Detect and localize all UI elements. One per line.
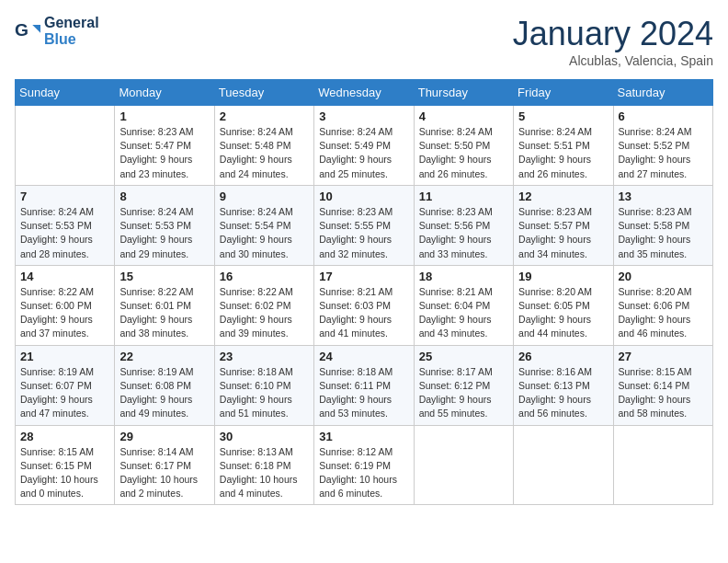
calendar-week-row: 21Sunrise: 8:19 AM Sunset: 6:07 PM Dayli… <box>16 345 713 425</box>
calendar-cell: 1Sunrise: 8:23 AM Sunset: 5:47 PM Daylig… <box>115 106 214 186</box>
weekday-header: Tuesday <box>214 80 313 106</box>
day-info: Sunrise: 8:21 AM Sunset: 6:03 PM Dayligh… <box>319 285 408 341</box>
calendar-body: 1Sunrise: 8:23 AM Sunset: 5:47 PM Daylig… <box>16 106 713 505</box>
day-info: Sunrise: 8:18 AM Sunset: 6:11 PM Dayligh… <box>319 365 408 421</box>
day-info: Sunrise: 8:21 AM Sunset: 6:04 PM Dayligh… <box>419 285 508 341</box>
weekday-header: Saturday <box>613 80 712 106</box>
day-number: 26 <box>518 350 608 363</box>
weekday-header: Friday <box>514 80 613 106</box>
day-number: 7 <box>20 190 109 203</box>
calendar-cell: 28Sunrise: 8:15 AM Sunset: 6:15 PM Dayli… <box>16 425 115 505</box>
day-info: Sunrise: 8:17 AM Sunset: 6:12 PM Dayligh… <box>419 365 508 421</box>
day-number: 2 <box>220 109 309 123</box>
day-info: Sunrise: 8:16 AM Sunset: 6:13 PM Dayligh… <box>518 365 608 421</box>
calendar-cell <box>514 425 613 505</box>
calendar-cell: 27Sunrise: 8:15 AM Sunset: 6:14 PM Dayli… <box>613 345 712 425</box>
day-number: 19 <box>518 270 608 283</box>
logo-text: General Blue <box>44 15 99 47</box>
calendar-week-row: 28Sunrise: 8:15 AM Sunset: 6:15 PM Dayli… <box>16 425 713 505</box>
calendar-cell <box>613 425 712 505</box>
day-number: 18 <box>419 270 508 283</box>
calendar-cell: 31Sunrise: 8:12 AM Sunset: 6:19 PM Dayli… <box>314 425 414 505</box>
calendar-cell: 20Sunrise: 8:20 AM Sunset: 6:06 PM Dayli… <box>613 265 712 345</box>
calendar-cell: 3Sunrise: 8:24 AM Sunset: 5:49 PM Daylig… <box>314 106 414 186</box>
calendar-cell: 25Sunrise: 8:17 AM Sunset: 6:12 PM Dayli… <box>414 345 513 425</box>
calendar-cell: 17Sunrise: 8:21 AM Sunset: 6:03 PM Dayli… <box>314 265 414 345</box>
day-info: Sunrise: 8:23 AM Sunset: 5:57 PM Dayligh… <box>518 205 608 261</box>
weekday-header: Wednesday <box>314 80 414 106</box>
calendar-cell: 4Sunrise: 8:24 AM Sunset: 5:50 PM Daylig… <box>414 106 513 186</box>
day-info: Sunrise: 8:23 AM Sunset: 5:47 PM Dayligh… <box>119 125 209 181</box>
day-info: Sunrise: 8:20 AM Sunset: 6:05 PM Dayligh… <box>518 285 608 341</box>
calendar-cell: 8Sunrise: 8:24 AM Sunset: 5:53 PM Daylig… <box>115 185 214 265</box>
day-number: 28 <box>20 430 109 443</box>
day-number: 15 <box>119 270 209 283</box>
day-number: 31 <box>319 430 408 443</box>
day-number: 14 <box>20 270 109 283</box>
month-title: January 2024 <box>513 15 713 53</box>
day-number: 29 <box>119 430 209 443</box>
day-info: Sunrise: 8:24 AM Sunset: 5:54 PM Dayligh… <box>220 205 309 261</box>
calendar-cell: 16Sunrise: 8:22 AM Sunset: 6:02 PM Dayli… <box>214 265 313 345</box>
day-number: 21 <box>20 350 109 363</box>
calendar-cell: 12Sunrise: 8:23 AM Sunset: 5:57 PM Dayli… <box>514 185 613 265</box>
day-number: 3 <box>319 109 408 123</box>
calendar-header: SundayMondayTuesdayWednesdayThursdayFrid… <box>16 80 713 106</box>
day-number: 16 <box>220 270 309 283</box>
day-info: Sunrise: 8:24 AM Sunset: 5:48 PM Dayligh… <box>220 125 309 181</box>
day-info: Sunrise: 8:19 AM Sunset: 6:08 PM Dayligh… <box>119 365 209 421</box>
calendar-cell: 10Sunrise: 8:23 AM Sunset: 5:55 PM Dayli… <box>314 185 414 265</box>
day-info: Sunrise: 8:24 AM Sunset: 5:51 PM Dayligh… <box>518 125 608 181</box>
day-number: 5 <box>518 109 608 123</box>
day-info: Sunrise: 8:24 AM Sunset: 5:53 PM Dayligh… <box>20 205 109 261</box>
day-number: 17 <box>319 270 408 283</box>
calendar-cell: 19Sunrise: 8:20 AM Sunset: 6:05 PM Dayli… <box>514 265 613 345</box>
calendar-cell: 24Sunrise: 8:18 AM Sunset: 6:11 PM Dayli… <box>314 345 414 425</box>
weekday-header: Monday <box>115 80 214 106</box>
day-number: 13 <box>619 190 708 203</box>
weekday-row: SundayMondayTuesdayWednesdayThursdayFrid… <box>16 80 713 106</box>
calendar-table: SundayMondayTuesdayWednesdayThursdayFrid… <box>15 79 713 505</box>
day-info: Sunrise: 8:24 AM Sunset: 5:52 PM Dayligh… <box>619 125 708 181</box>
day-info: Sunrise: 8:14 AM Sunset: 6:17 PM Dayligh… <box>119 445 209 501</box>
calendar-cell: 13Sunrise: 8:23 AM Sunset: 5:58 PM Dayli… <box>613 185 712 265</box>
day-info: Sunrise: 8:23 AM Sunset: 5:56 PM Dayligh… <box>419 205 508 261</box>
day-number: 20 <box>619 270 708 283</box>
calendar-cell: 7Sunrise: 8:24 AM Sunset: 5:53 PM Daylig… <box>16 185 115 265</box>
day-number: 8 <box>119 190 209 203</box>
day-number: 1 <box>119 109 209 123</box>
day-info: Sunrise: 8:19 AM Sunset: 6:07 PM Dayligh… <box>20 365 109 421</box>
calendar-cell: 23Sunrise: 8:18 AM Sunset: 6:10 PM Dayli… <box>214 345 313 425</box>
calendar-cell: 15Sunrise: 8:22 AM Sunset: 6:01 PM Dayli… <box>115 265 214 345</box>
day-number: 23 <box>220 350 309 363</box>
calendar-cell: 9Sunrise: 8:24 AM Sunset: 5:54 PM Daylig… <box>214 185 313 265</box>
svg-text:G: G <box>15 20 28 40</box>
logo: G General Blue <box>15 15 99 47</box>
title-area: January 2024 Alcublas, Valencia, Spain <box>513 15 713 68</box>
calendar-week-row: 1Sunrise: 8:23 AM Sunset: 5:47 PM Daylig… <box>16 106 713 186</box>
calendar-cell <box>414 425 513 505</box>
calendar-cell: 22Sunrise: 8:19 AM Sunset: 6:08 PM Dayli… <box>115 345 214 425</box>
day-info: Sunrise: 8:13 AM Sunset: 6:18 PM Dayligh… <box>220 445 309 501</box>
calendar-cell: 6Sunrise: 8:24 AM Sunset: 5:52 PM Daylig… <box>613 106 712 186</box>
day-number: 22 <box>119 350 209 363</box>
day-info: Sunrise: 8:24 AM Sunset: 5:50 PM Dayligh… <box>419 125 508 181</box>
day-number: 24 <box>319 350 408 363</box>
day-info: Sunrise: 8:24 AM Sunset: 5:49 PM Dayligh… <box>319 125 408 181</box>
calendar-week-row: 7Sunrise: 8:24 AM Sunset: 5:53 PM Daylig… <box>16 185 713 265</box>
calendar-cell: 14Sunrise: 8:22 AM Sunset: 6:00 PM Dayli… <box>16 265 115 345</box>
calendar-cell: 5Sunrise: 8:24 AM Sunset: 5:51 PM Daylig… <box>514 106 613 186</box>
location: Alcublas, Valencia, Spain <box>513 53 713 68</box>
calendar-cell <box>16 106 115 186</box>
day-info: Sunrise: 8:18 AM Sunset: 6:10 PM Dayligh… <box>220 365 309 421</box>
day-number: 12 <box>518 190 608 203</box>
day-info: Sunrise: 8:15 AM Sunset: 6:15 PM Dayligh… <box>20 445 109 501</box>
day-number: 30 <box>220 430 309 443</box>
day-info: Sunrise: 8:22 AM Sunset: 6:01 PM Dayligh… <box>119 285 209 341</box>
day-number: 27 <box>619 350 708 363</box>
logo-icon: G <box>15 18 40 44</box>
day-info: Sunrise: 8:23 AM Sunset: 5:58 PM Dayligh… <box>619 205 708 261</box>
day-info: Sunrise: 8:22 AM Sunset: 6:00 PM Dayligh… <box>20 285 109 341</box>
weekday-header: Thursday <box>414 80 513 106</box>
calendar-cell: 26Sunrise: 8:16 AM Sunset: 6:13 PM Dayli… <box>514 345 613 425</box>
